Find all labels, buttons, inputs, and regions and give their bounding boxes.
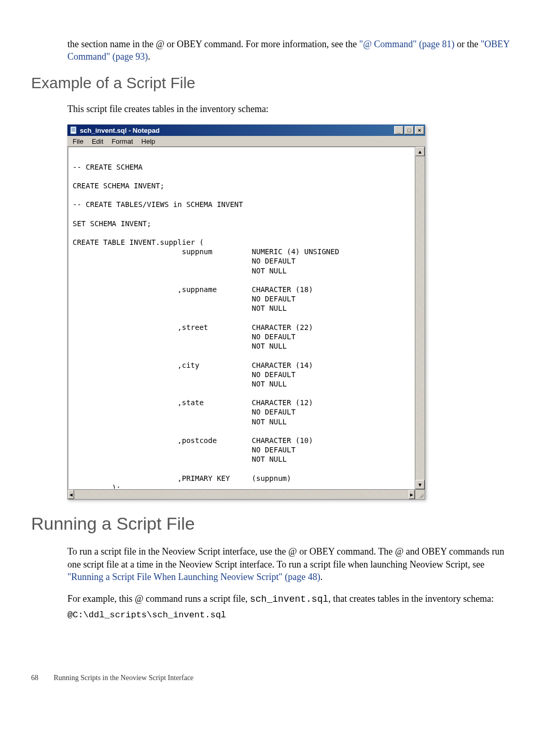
scroll-down-button[interactable]: ▼: [415, 480, 425, 489]
running-script-para2-a: For example, this @ command runs a scrip…: [67, 593, 250, 604]
intro-text-mid: or the: [457, 39, 481, 49]
minimize-button[interactable]: _: [394, 126, 403, 134]
scroll-track-vertical[interactable]: [415, 156, 425, 480]
close-button[interactable]: ×: [415, 126, 424, 134]
footer-title: Running Scripts in the Neoview Script In…: [54, 674, 194, 682]
maximize-button[interactable]: □: [404, 126, 414, 134]
heading-example-script: Example of a Script File: [31, 73, 519, 94]
scroll-up-button[interactable]: ▲: [415, 147, 425, 156]
notepad-title: sch_invent.sql - Notepad: [80, 126, 393, 135]
running-script-para2: For example, this @ command runs a scrip…: [67, 592, 519, 605]
vertical-scrollbar[interactable]: ▲ ▼: [415, 147, 425, 489]
menu-format[interactable]: Format: [107, 136, 137, 147]
horizontal-scrollbar[interactable]: ◄ ►: [67, 490, 425, 500]
menu-file[interactable]: File: [68, 136, 88, 147]
page-footer: 68 Running Scripts in the Neoview Script…: [31, 673, 519, 683]
heading-running-script: Running a Script File: [31, 512, 519, 536]
notepad-menubar: File Edit Format Help: [67, 136, 425, 147]
example-script-para: This script file creates tables in the i…: [67, 103, 519, 115]
intro-paragraph: the section name in the @ or OBEY comman…: [67, 38, 519, 63]
resize-grip[interactable]: [415, 490, 425, 499]
notepad-editor[interactable]: -- CREATE SCHEMA CREATE SCHEMA INVENT; -…: [68, 147, 415, 489]
running-script-para1: To run a script file in the Neoview Scri…: [67, 545, 519, 583]
notepad-icon: [69, 126, 78, 134]
page-number: 68: [31, 673, 52, 683]
scroll-right-button[interactable]: ►: [409, 490, 415, 499]
notepad-titlebar[interactable]: sch_invent.sql - Notepad _ □ ×: [67, 125, 425, 136]
running-script-para1-a: To run a script file in the Neoview Scri…: [67, 546, 505, 569]
notepad-window: sch_invent.sql - Notepad _ □ × File Edit…: [67, 125, 425, 500]
intro-text-before: the section name in the @ or OBEY comman…: [67, 39, 357, 49]
running-script-para1-b: .: [320, 572, 323, 582]
menu-help[interactable]: Help: [137, 136, 160, 147]
command-example: @C:\ddl_scripts\sch_invent.sql: [67, 610, 519, 621]
link-running-script[interactable]: "Running a Script File When Launching Ne…: [67, 572, 320, 582]
running-script-para2-b: , that creates tables in the inventory s…: [328, 593, 494, 604]
intro-trail: .: [148, 51, 150, 62]
link-at-command[interactable]: "@ Command" (page 81): [359, 39, 455, 49]
inline-code-filename: sch_invent.sql: [250, 594, 328, 604]
scroll-track-horizontal[interactable]: [74, 490, 409, 499]
scroll-left-button[interactable]: ◄: [68, 490, 74, 499]
menu-edit[interactable]: Edit: [88, 136, 107, 147]
